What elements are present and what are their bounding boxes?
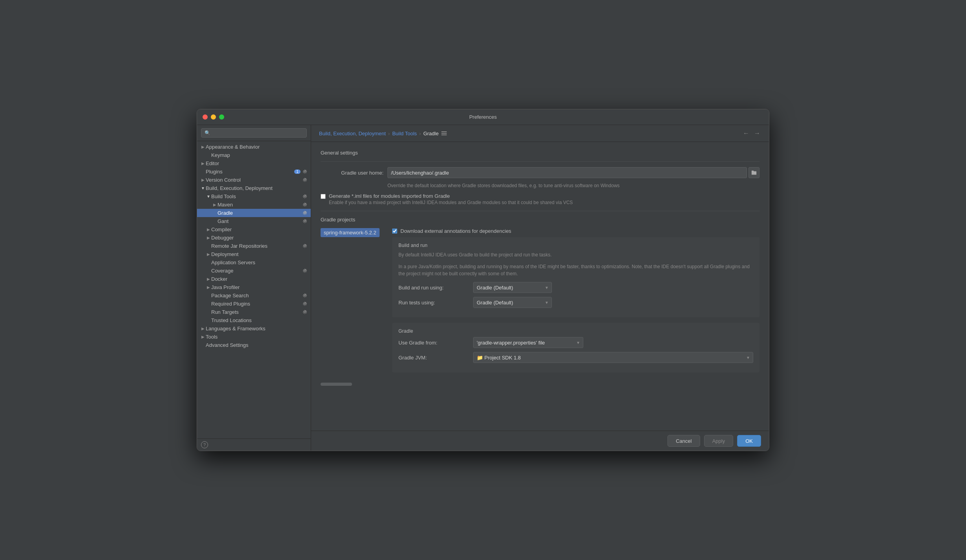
plugins-badge: 1 — [294, 169, 300, 174]
folder-browse-button[interactable] — [748, 167, 760, 178]
generate-iml-checkbox[interactable] — [321, 194, 326, 199]
run-tests-using-select[interactable]: Gradle (Default) IntelliJ IDEA — [473, 297, 552, 308]
download-annotations-label[interactable]: Download external annotations for depend… — [400, 228, 511, 234]
sidebar-item-label: Advanced Settings — [206, 342, 308, 348]
arrow-icon: ▶ — [206, 285, 211, 290]
sidebar-item-appearance-behavior[interactable]: ▶ Appearance & Behavior — [197, 143, 311, 151]
sidebar-item-label: Application Servers — [211, 260, 308, 265]
gradle-user-home-input[interactable] — [387, 167, 747, 178]
build-and-run-desc2: In a pure Java/Kotlin project, building … — [398, 263, 753, 277]
ok-button[interactable]: OK — [737, 435, 761, 447]
arrow-icon: ▶ — [200, 177, 206, 183]
sidebar-item-languages-frameworks[interactable]: ▶ Languages & Frameworks — [197, 324, 311, 333]
sidebar-item-gant[interactable]: Gant — [197, 217, 311, 225]
sidebar-item-build-tools[interactable]: ▼ Build Tools — [197, 192, 311, 201]
sidebar-item-label: Gradle — [218, 210, 300, 216]
download-annotations-row: Download external annotations for depend… — [392, 228, 760, 234]
use-gradle-from-row: Use Gradle from: 'gradle-wrapper.propert… — [398, 337, 753, 348]
sidebar-item-gradle[interactable]: Gradle — [197, 209, 311, 217]
generate-iml-label-group: Generate *.iml files for modules importe… — [329, 193, 573, 205]
sidebar-item-version-control[interactable]: ▶ Version Control — [197, 176, 311, 184]
build-run-using-select[interactable]: Gradle (Default) IntelliJ IDEA — [473, 282, 552, 293]
build-and-run-desc1: By default IntelliJ IDEA uses Gradle to … — [398, 251, 753, 258]
gear-icon — [302, 301, 308, 307]
breadcrumb-link-build-exec[interactable]: Build, Execution, Deployment — [319, 131, 386, 136]
sidebar-item-required-plugins[interactable]: Required Plugins — [197, 300, 311, 308]
scrollbar-thumb[interactable] — [321, 383, 352, 386]
arrow-icon: ▶ — [200, 334, 206, 340]
arrow-icon: ▶ — [206, 276, 211, 282]
breadcrumb-separator: › — [419, 131, 421, 136]
sidebar-item-keymap[interactable]: Keymap — [197, 151, 311, 159]
arrow-icon: ▶ — [200, 326, 206, 332]
sidebar-bottom: ? — [197, 438, 311, 451]
sidebar-item-trusted-locations[interactable]: Trusted Locations — [197, 316, 311, 324]
divider — [321, 161, 760, 162]
arrow-icon: ▶ — [212, 202, 218, 208]
minimize-button[interactable] — [211, 114, 216, 120]
cancel-button[interactable]: Cancel — [667, 435, 700, 447]
gear-icon — [302, 210, 308, 216]
sidebar-item-label: Run Targets — [211, 309, 300, 315]
arrow-icon: ▶ — [200, 144, 206, 150]
horizontal-scrollbar[interactable] — [321, 382, 760, 387]
gradle-jvm-select[interactable]: 📁 Project SDK 1.8 Use JAVA_HOME Download… — [473, 352, 753, 363]
use-gradle-from-label: Use Gradle from: — [398, 340, 469, 346]
project-settings: Download external annotations for depend… — [392, 228, 760, 378]
gear-icon — [302, 243, 308, 249]
run-tests-using-row: Run tests using: Gradle (Default) Intell… — [398, 297, 753, 308]
sidebar-item-compiler[interactable]: ▶ Compiler — [197, 225, 311, 234]
svg-rect-1 — [441, 133, 447, 134]
sidebar-item-label: Build Tools — [211, 193, 300, 199]
projects-row: spring-framework-5.2.2 Download external… — [321, 228, 760, 378]
arrow-icon — [206, 301, 211, 307]
sidebar-item-app-servers[interactable]: Application Servers — [197, 258, 311, 267]
close-button[interactable] — [203, 114, 208, 120]
sidebar-item-remote-jar[interactable]: Remote Jar Repositories — [197, 242, 311, 250]
nav-forward-button[interactable]: → — [753, 129, 761, 138]
sidebar-item-plugins[interactable]: Plugins 1 — [197, 168, 311, 176]
breadcrumb-separator: › — [388, 131, 390, 136]
svg-rect-2 — [441, 134, 447, 135]
sidebar-item-build-exec-deploy[interactable]: ▼ Build, Execution, Deployment — [197, 184, 311, 192]
run-tests-using-label: Run tests using: — [398, 300, 469, 306]
sidebar-item-advanced-settings[interactable]: Advanced Settings — [197, 341, 311, 349]
help-button[interactable]: ? — [201, 441, 208, 448]
nav-back-button[interactable]: ← — [742, 129, 750, 138]
sidebar-item-label: Java Profiler — [211, 284, 308, 290]
sidebar-item-package-search[interactable]: Package Search — [197, 291, 311, 300]
build-run-using-wrapper: Gradle (Default) IntelliJ IDEA ▼ — [473, 282, 552, 293]
sidebar-item-maven[interactable]: ▶ Maven — [197, 201, 311, 209]
gradle-user-home-label: Gradle user home: — [321, 170, 383, 176]
gradle-user-home-row: Gradle user home: — [321, 167, 760, 178]
sidebar-item-coverage[interactable]: Coverage — [197, 267, 311, 275]
gradle-section-title: Gradle — [398, 328, 753, 334]
breadcrumb-link-build-tools[interactable]: Build Tools — [392, 131, 417, 136]
search-input[interactable] — [201, 128, 307, 138]
use-gradle-from-select[interactable]: 'gradle-wrapper.properties' file Specifi… — [473, 337, 583, 348]
project-item[interactable]: spring-framework-5.2.2 — [321, 228, 380, 237]
apply-button[interactable]: Apply — [704, 435, 734, 447]
sidebar-item-debugger[interactable]: ▶ Debugger — [197, 234, 311, 242]
gradle-user-home-hint: Override the default location where Grad… — [387, 183, 760, 188]
sidebar-item-run-targets[interactable]: Run Targets — [197, 308, 311, 316]
sidebar-item-deployment[interactable]: ▶ Deployment — [197, 250, 311, 258]
sidebar-item-java-profiler[interactable]: ▶ Java Profiler — [197, 283, 311, 291]
breadcrumb-settings-icon[interactable] — [441, 130, 447, 136]
gear-icon — [302, 268, 308, 274]
maximize-button[interactable] — [219, 114, 224, 120]
svg-rect-0 — [441, 131, 447, 132]
download-annotations-checkbox[interactable] — [392, 228, 397, 234]
sidebar-item-docker[interactable]: ▶ Docker — [197, 275, 311, 283]
sidebar-item-editor[interactable]: ▶ Editor — [197, 159, 311, 168]
arrow-icon: ▶ — [200, 161, 206, 166]
sidebar-item-tools[interactable]: ▶ Tools — [197, 333, 311, 341]
generate-iml-label[interactable]: Generate *.iml files for modules importe… — [329, 193, 450, 199]
sidebar-item-label: Appearance & Behavior — [206, 144, 308, 150]
build-and-run-subsection: Build and run By default IntelliJ IDEA u… — [392, 237, 760, 317]
gradle-jvm-row: Gradle JVM: 📁 Project SDK 1.8 Use JAVA_H… — [398, 352, 753, 363]
traffic-lights — [203, 114, 224, 120]
gear-icon — [302, 219, 308, 224]
sidebar-item-label: Build, Execution, Deployment — [206, 185, 308, 191]
gradle-jvm-label: Gradle JVM: — [398, 355, 469, 361]
